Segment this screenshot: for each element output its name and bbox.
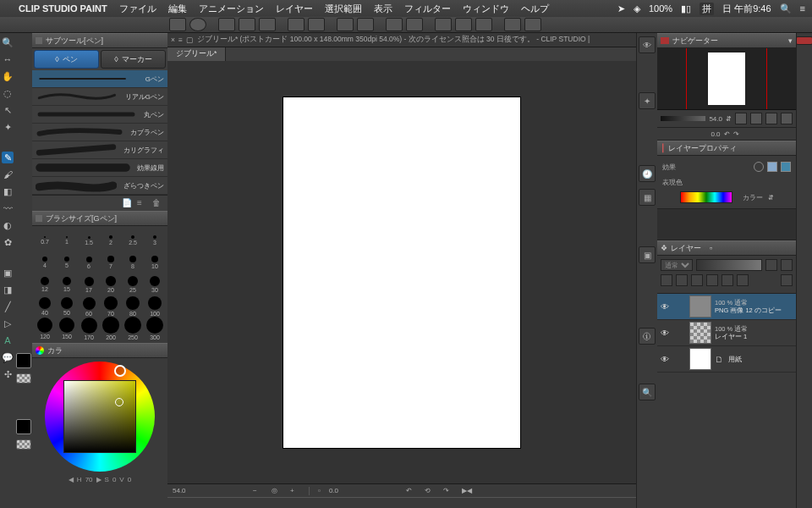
nav-zoomin-icon[interactable] bbox=[765, 113, 777, 124]
tool-text-icon[interactable]: A bbox=[2, 334, 14, 346]
layer-name[interactable]: 用紙 bbox=[728, 356, 742, 363]
zoom-slider[interactable] bbox=[661, 116, 705, 121]
history-tab-icon[interactable]: 🕘 bbox=[639, 165, 656, 182]
tool-blend-icon[interactable]: ◐ bbox=[2, 219, 14, 231]
layer-row[interactable]: 👁🗋用紙 bbox=[657, 346, 796, 373]
wifi-icon[interactable]: ◈ bbox=[634, 3, 640, 14]
autoaction-tab-icon[interactable]: ▣ bbox=[639, 246, 656, 263]
tool-balloon-icon[interactable]: 💬 bbox=[2, 351, 14, 363]
menu-layer[interactable]: レイヤー bbox=[276, 3, 313, 15]
brush-size-cell[interactable]: 250 bbox=[123, 317, 142, 340]
battery-pct[interactable]: 100% bbox=[649, 3, 672, 14]
tb-help-icon[interactable] bbox=[524, 18, 541, 31]
blank-canvas[interactable] bbox=[283, 97, 520, 448]
layer-row[interactable]: 👁100 % 通常レイヤー 1 bbox=[657, 320, 796, 346]
brush-size-cell[interactable]: 6 bbox=[80, 257, 98, 269]
layer-name[interactable]: レイヤー 1 bbox=[715, 333, 748, 340]
tool-zoom-icon[interactable]: 🔍 bbox=[2, 36, 14, 48]
brush-size-cell[interactable]: 120 bbox=[36, 318, 54, 340]
tb-cloud-icon[interactable] bbox=[189, 18, 206, 31]
material-tab-icon[interactable]: ▦ bbox=[639, 189, 656, 206]
hue-marker[interactable] bbox=[114, 365, 126, 377]
tb-deselect-icon[interactable] bbox=[386, 18, 403, 31]
tool-wand-icon[interactable]: ✦ bbox=[2, 121, 14, 133]
dock-nav-icon[interactable] bbox=[796, 36, 812, 45]
zoom-out-icon[interactable]: − bbox=[253, 487, 263, 495]
brush-size-cell[interactable]: 2.5 bbox=[123, 235, 142, 246]
visibility-toggle-icon[interactable]: 👁 bbox=[659, 355, 671, 364]
nav-zoomfit-icon[interactable] bbox=[750, 113, 762, 124]
foreground-swatch-2[interactable] bbox=[16, 419, 31, 434]
brush-item[interactable]: Gペン bbox=[32, 70, 167, 88]
tool-brush-icon[interactable]: 🖌 bbox=[2, 168, 14, 180]
zoom-value[interactable]: 54.0 bbox=[173, 487, 186, 494]
visibility-toggle-icon[interactable]: 👁 bbox=[659, 329, 671, 338]
color-panel-header[interactable]: カラ bbox=[32, 343, 167, 358]
tool-pick-icon[interactable]: ↖ bbox=[2, 104, 14, 116]
layer-combine-icon[interactable] bbox=[737, 274, 749, 286]
expr-dropdown-icon[interactable]: ⇵ bbox=[768, 194, 774, 202]
tb-redo-icon[interactable] bbox=[308, 18, 325, 31]
zoom-fit-icon[interactable]: ◎ bbox=[272, 487, 282, 495]
spotlight-icon[interactable]: 🔍 bbox=[780, 3, 792, 14]
location-icon[interactable]: ➤ bbox=[617, 3, 625, 14]
brush-size-cell[interactable]: 1.5 bbox=[80, 236, 98, 246]
new-folder-icon[interactable] bbox=[676, 274, 688, 286]
tool-deco-icon[interactable]: ✿ bbox=[2, 236, 14, 248]
brush-size-cell[interactable]: 300 bbox=[145, 317, 164, 340]
nav-rotate-ccw-icon[interactable]: ↶ bbox=[724, 130, 730, 138]
brush-item[interactable]: ざらつきペン bbox=[32, 177, 167, 195]
tool-gradient-icon[interactable]: ◨ bbox=[2, 284, 14, 295]
flip-icon[interactable]: ▶◀ bbox=[462, 487, 472, 495]
angle-value[interactable]: 0.0 bbox=[329, 487, 338, 494]
brush-size-cell[interactable]: 20 bbox=[102, 276, 120, 293]
navigator-panel-header[interactable]: ナビゲーター ▾ bbox=[657, 33, 796, 48]
nav-rotate-cw-icon[interactable]: ↷ bbox=[733, 130, 739, 138]
tab-marker[interactable]: ◊マーカー bbox=[101, 50, 166, 69]
brush-size-cell[interactable]: 2 bbox=[102, 235, 120, 246]
nav-updown-icon[interactable]: ⇵ bbox=[726, 115, 732, 123]
hue-left-icon[interactable]: ◀ bbox=[69, 476, 74, 483]
rotate-reset-icon[interactable]: ⟲ bbox=[425, 487, 435, 495]
brush-size-cell[interactable]: 150 bbox=[58, 318, 76, 340]
doc-close-icon[interactable]: × bbox=[171, 36, 175, 44]
brush-size-cell[interactable]: 25 bbox=[123, 276, 142, 293]
brush-size-cell[interactable]: 70 bbox=[102, 296, 120, 317]
zoom-in-icon[interactable]: + bbox=[290, 487, 300, 495]
tb-erase-icon[interactable] bbox=[357, 18, 374, 31]
tb-assist-icon[interactable] bbox=[504, 18, 521, 31]
tb-save-icon[interactable] bbox=[259, 18, 276, 31]
nav-zoom-value[interactable]: 54.0 bbox=[709, 115, 722, 123]
layers-extra-tab-icon[interactable]: ▫ bbox=[710, 244, 712, 252]
navigator-preview[interactable] bbox=[657, 48, 796, 110]
brush-copy-icon[interactable]: 📄 bbox=[122, 198, 132, 208]
brush-size-cell[interactable]: 10 bbox=[145, 256, 164, 270]
brush-size-cell[interactable]: 7 bbox=[102, 256, 120, 269]
visibility-toggle-icon[interactable]: 👁 bbox=[659, 302, 671, 312]
brush-size-cell[interactable]: 15 bbox=[58, 277, 76, 293]
tool-hand-icon[interactable]: ✋ bbox=[2, 70, 14, 82]
menu-selection[interactable]: 選択範囲 bbox=[325, 3, 362, 15]
brushsize-panel-header[interactable]: ブラシサイズ[Gペン] bbox=[32, 211, 167, 226]
app-name[interactable]: CLIP STUDIO PAINT bbox=[19, 3, 107, 14]
sv-square[interactable] bbox=[63, 380, 136, 453]
tb-cut-icon[interactable] bbox=[337, 18, 354, 31]
layers-panel-header[interactable]: ❖ レイヤー ▫ bbox=[657, 240, 796, 256]
menu-file[interactable]: ファイル bbox=[119, 3, 156, 15]
battery-icon[interactable]: ▮▯ bbox=[681, 3, 691, 14]
tool-move-icon[interactable]: ↔ bbox=[2, 53, 14, 65]
brush-size-cell[interactable]: 100 bbox=[145, 296, 164, 318]
tb-ruler-icon[interactable] bbox=[406, 18, 423, 31]
new-layer-icon[interactable] bbox=[661, 274, 672, 286]
menu-window[interactable]: ウィンドウ bbox=[463, 3, 509, 15]
menu-filter[interactable]: フィルター bbox=[404, 3, 451, 15]
brush-item[interactable]: カブラペン bbox=[32, 124, 167, 141]
menu-animation[interactable]: アニメーション bbox=[199, 3, 264, 15]
brush-size-cell[interactable]: 12 bbox=[36, 277, 54, 292]
menu-edit[interactable]: 編集 bbox=[168, 3, 187, 15]
tool-eraser-icon[interactable]: ◧ bbox=[2, 185, 14, 197]
expr-mode-label[interactable]: カラー bbox=[743, 193, 763, 202]
brush-settings-icon[interactable]: ≡ bbox=[137, 198, 147, 208]
brush-size-cell[interactable]: 4 bbox=[36, 257, 54, 268]
brush-size-cell[interactable]: 40 bbox=[36, 297, 54, 316]
